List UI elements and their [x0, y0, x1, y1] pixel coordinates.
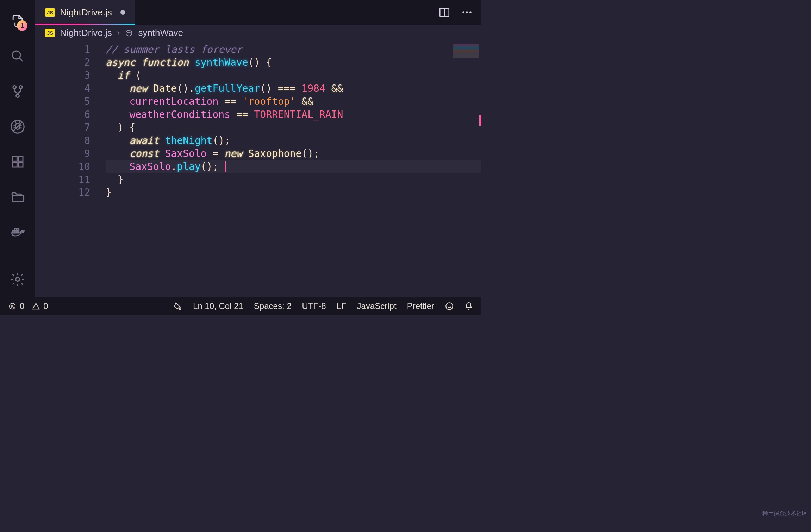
- dirty-indicator-icon: [120, 10, 125, 15]
- chevron-right-icon: ›: [117, 27, 120, 38]
- code-line[interactable]: await theNight();: [106, 134, 481, 147]
- activity-bar: 1: [0, 0, 35, 297]
- debug-disabled-icon[interactable]: [6, 115, 29, 138]
- line-number: 5: [35, 95, 106, 108]
- breadcrumb-symbol[interactable]: synthWave: [138, 27, 183, 38]
- code-area[interactable]: // summer lasts foreverasync function sy…: [106, 41, 481, 297]
- svg-point-3: [16, 94, 19, 97]
- search-icon[interactable]: [6, 45, 29, 68]
- svg-point-2: [19, 86, 22, 89]
- folders-icon[interactable]: [6, 186, 29, 208]
- editor[interactable]: 123456789101112 // summer lasts forevera…: [35, 41, 481, 297]
- js-badge-icon: JS: [45, 8, 55, 17]
- svg-rect-6: [12, 163, 17, 167]
- line-number: 2: [35, 56, 106, 69]
- scroll-marker: [479, 115, 481, 126]
- svg-point-18: [469, 11, 472, 13]
- line-number: 3: [35, 69, 106, 82]
- line-number: 12: [35, 186, 106, 199]
- line-number: 4: [35, 82, 106, 95]
- line-number: 6: [35, 108, 106, 121]
- svg-rect-12: [15, 229, 17, 231]
- text-cursor: [225, 162, 226, 172]
- editor-column: JS NightDrive.js JS NightDrive.js › synt…: [35, 0, 481, 297]
- minimap[interactable]: [453, 44, 479, 58]
- svg-rect-13: [17, 229, 19, 231]
- line-number: 11: [35, 173, 106, 186]
- status-eol[interactable]: LF: [337, 301, 347, 311]
- status-language[interactable]: JavaScript: [357, 301, 397, 311]
- explorer-icon[interactable]: 1: [6, 10, 29, 32]
- warning-count: 0: [43, 301, 48, 311]
- code-line[interactable]: const SaxSolo = new Saxophone();: [106, 147, 481, 160]
- status-encoding[interactable]: UTF-8: [302, 301, 326, 311]
- line-number: 9: [35, 147, 106, 160]
- line-number: 7: [35, 121, 106, 134]
- js-badge-icon: JS: [45, 29, 55, 37]
- docker-icon[interactable]: [6, 221, 29, 243]
- warning-icon: [32, 302, 40, 310]
- extensions-icon[interactable]: [6, 151, 29, 173]
- code-line[interactable]: currentLocation == 'rooftop' &&: [106, 95, 481, 108]
- smiley-icon: [445, 302, 454, 311]
- code-line[interactable]: }: [106, 186, 481, 199]
- status-formatter[interactable]: Prettier: [407, 301, 434, 311]
- svg-rect-7: [18, 163, 23, 167]
- breadcrumb[interactable]: JS NightDrive.js › synthWave: [35, 25, 481, 41]
- svg-point-17: [466, 11, 468, 13]
- status-bar: 0 0 Ln 10, Col 21 Spaces: 2 UTF-8 LF Jav…: [0, 297, 481, 315]
- svg-rect-5: [12, 157, 17, 161]
- more-actions-icon[interactable]: [461, 6, 473, 18]
- tab-nightdrive[interactable]: JS NightDrive.js: [35, 0, 135, 25]
- status-feedback[interactable]: [445, 302, 454, 311]
- source-control-icon[interactable]: [6, 80, 29, 103]
- svg-point-20: [446, 303, 453, 310]
- line-gutter: 123456789101112: [35, 41, 106, 297]
- bell-icon: [464, 302, 473, 310]
- symbol-method-icon: [125, 29, 133, 37]
- status-cursor[interactable]: Ln 10, Col 21: [193, 301, 243, 311]
- tab-filename: NightDrive.js: [60, 7, 112, 18]
- status-bell[interactable]: [464, 302, 473, 310]
- code-line[interactable]: weatherConditions == TORRENTIAL_RAIN: [106, 108, 481, 121]
- line-number: 8: [35, 134, 106, 147]
- status-spaces[interactable]: Spaces: 2: [254, 301, 292, 311]
- code-line[interactable]: // summer lasts forever: [106, 43, 481, 56]
- split-editor-icon[interactable]: [438, 6, 450, 18]
- breadcrumb-file[interactable]: NightDrive.js: [60, 27, 112, 38]
- status-paint[interactable]: [173, 302, 182, 311]
- code-line[interactable]: SaxSolo.play();: [106, 160, 481, 173]
- status-problems[interactable]: 0 0: [8, 301, 48, 311]
- code-line[interactable]: new Date().getFullYear() === 1984 &&: [106, 82, 481, 95]
- code-line[interactable]: ) {: [106, 121, 481, 134]
- svg-rect-8: [18, 157, 23, 161]
- code-line[interactable]: if (: [106, 69, 481, 82]
- line-number: 10: [35, 160, 106, 173]
- paint-bucket-icon: [173, 302, 182, 311]
- settings-gear-icon[interactable]: [6, 268, 29, 291]
- tabs-row: JS NightDrive.js: [35, 0, 481, 25]
- svg-point-0: [12, 51, 20, 59]
- code-line[interactable]: }: [106, 173, 481, 186]
- code-line[interactable]: async function synthWave() {: [106, 56, 481, 69]
- error-count: 0: [20, 301, 24, 311]
- svg-point-14: [16, 278, 20, 281]
- svg-point-1: [13, 86, 16, 89]
- line-number: 1: [35, 43, 106, 56]
- error-icon: [8, 302, 16, 310]
- svg-point-16: [462, 11, 464, 13]
- explorer-badge: 1: [17, 20, 27, 31]
